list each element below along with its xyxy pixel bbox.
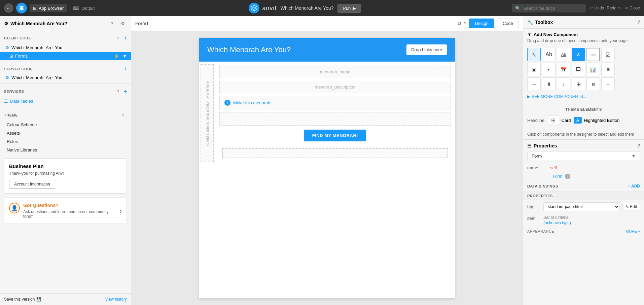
code-tab[interactable]: Code bbox=[497, 19, 519, 28]
form-content: menorah_name menorah_description i Make … bbox=[215, 62, 455, 165]
divider-3 bbox=[0, 107, 131, 107]
services-add-button[interactable]: + bbox=[124, 88, 127, 96]
toolbox-help-button[interactable]: ? bbox=[637, 20, 640, 25]
html-property-row: html standard-page.html ✎ Edit bbox=[523, 200, 644, 213]
label-tool[interactable]: Ab bbox=[542, 48, 556, 61]
button-tool[interactable]: A bbox=[572, 48, 585, 61]
client-code-add-button[interactable]: + bbox=[124, 34, 127, 42]
datepicker-tool[interactable]: 📅 bbox=[557, 63, 570, 76]
properties-help-button[interactable]: ? bbox=[637, 143, 640, 148]
form-tab-name: Form1 bbox=[135, 21, 149, 26]
cursor-tool[interactable]: ↖ bbox=[527, 48, 541, 61]
theme-label: THEME bbox=[4, 113, 18, 117]
theme-help-button[interactable]: ? bbox=[119, 111, 127, 119]
form-selector-chevron-icon: ▼ bbox=[632, 154, 636, 159]
app-browser-tab[interactable]: ⊞ App Browser bbox=[30, 4, 67, 12]
native-libraries-item[interactable]: Native Libraries bbox=[0, 146, 131, 154]
sidebar-drop-zone[interactable]: To add a sidebar, drop a ColumnPanel her… bbox=[201, 64, 214, 162]
account-info-button[interactable]: Account Information bbox=[9, 180, 55, 189]
form1-item[interactable]: ⊞ Form1 ⚡ ▼ bbox=[0, 52, 131, 60]
radiobutton-tool[interactable]: ◉ bbox=[527, 63, 541, 76]
back-button[interactable]: ← bbox=[4, 3, 13, 13]
services-help-button[interactable]: ? bbox=[114, 88, 122, 96]
form-selector-dropdown[interactable]: Form ▼ bbox=[527, 151, 640, 161]
theme-headline-label: Headline bbox=[527, 118, 544, 123]
form-tab-bar: Form1 ⧉ ? Design Code bbox=[131, 16, 523, 31]
gridpanel-tool[interactable]: ⊟ bbox=[586, 77, 600, 91]
image-tool[interactable]: 🖼 bbox=[572, 63, 585, 76]
client-code-actions: ? + bbox=[114, 34, 127, 42]
dropdown-tool[interactable]: ▾ bbox=[542, 63, 556, 76]
html-edit-button[interactable]: ✎ Edit bbox=[622, 203, 640, 210]
data-bindings-label: DATA BINDINGS bbox=[527, 184, 558, 188]
sidebar-header-actions: ? ⚙ bbox=[108, 20, 127, 28]
roles-item[interactable]: Roles bbox=[0, 137, 131, 146]
undo-button[interactable]: ↶ Undo bbox=[590, 6, 604, 10]
textbox-tool[interactable]: abd bbox=[586, 48, 600, 61]
link-tool[interactable]: Ab bbox=[557, 48, 570, 61]
menorah-desc-field[interactable]: menorah_description bbox=[219, 81, 451, 93]
view-history-link[interactable]: View history bbox=[105, 297, 127, 302]
server-code-add-button[interactable]: + bbox=[124, 66, 127, 72]
client-file-icon: ⚙ bbox=[5, 45, 9, 50]
datagrid-tool[interactable]: ⊞ bbox=[601, 63, 615, 76]
spacer-tool[interactable]: ↕ bbox=[557, 77, 570, 91]
client-code-help-button[interactable]: ? bbox=[114, 34, 122, 42]
sidebar-settings-button[interactable]: ⚙ bbox=[119, 20, 127, 28]
flowpanel-tool[interactable]: ═ bbox=[601, 77, 615, 91]
drop-links-button[interactable]: Drop Links here bbox=[406, 44, 447, 55]
undo-redo-group: ↶ Undo Redo ↷ bbox=[590, 6, 621, 10]
design-tab[interactable]: Design bbox=[469, 19, 494, 28]
theme-card-elem[interactable]: ⊞ Card bbox=[547, 115, 571, 125]
empty-panel[interactable] bbox=[219, 112, 451, 126]
form-link-help-icon[interactable]: ? bbox=[565, 174, 570, 179]
search-docs-container[interactable]: 🔍 bbox=[512, 4, 586, 12]
component-grid: ↖ Ab Ab A abd ☑ ◉ ▾ 📅 🖼 📊 ⊞ — ⬆ ↕ ⊞ ⊟ ═ bbox=[523, 46, 644, 93]
checkbox-tool[interactable]: ☑ bbox=[601, 48, 615, 61]
item-property-values: Set at runtime (unknown type) bbox=[543, 215, 571, 225]
data-tables-item[interactable]: ☰ Data Tables bbox=[0, 97, 131, 105]
canvas-footer-drop-zone[interactable] bbox=[222, 148, 448, 158]
assets-item[interactable]: Assets bbox=[0, 129, 131, 137]
data-bindings-header: DATA BINDINGS + ADD bbox=[523, 181, 644, 192]
services-section-header: SERVICES ? + bbox=[0, 85, 131, 97]
server-code-actions: + bbox=[124, 66, 127, 72]
more-button[interactable]: MORE » bbox=[626, 229, 640, 233]
questions-arrow-icon[interactable]: › bbox=[119, 207, 122, 215]
questions-text: Got Questions? Ask questions and learn m… bbox=[23, 203, 119, 219]
client-code-section-header: CLIENT CODE ? + bbox=[0, 31, 131, 43]
save-version-button[interactable]: Save this version 💾 bbox=[4, 297, 41, 302]
menorah-name-field[interactable]: menorah_name bbox=[219, 66, 451, 78]
make-menorah-row[interactable]: i Make this menorah! bbox=[219, 96, 451, 109]
client-file-item[interactable]: ⚙ Which_Menorah_Are_You_ bbox=[0, 43, 131, 52]
form-help-button[interactable]: ? bbox=[464, 21, 467, 26]
output-tab[interactable]: ⌨ Output bbox=[70, 4, 98, 12]
colour-scheme-item[interactable]: Colour Scheme bbox=[0, 121, 131, 129]
see-more-link[interactable]: ▶ SEE MORE COMPONENTS... bbox=[523, 93, 644, 100]
expand-button[interactable]: ⧉ bbox=[458, 21, 461, 27]
add-binding-button[interactable]: + ADD bbox=[628, 184, 640, 189]
html-property-select[interactable]: standard-page.html bbox=[543, 202, 620, 211]
form-tab-bar-right: ⧉ ? Design Code bbox=[458, 19, 519, 28]
columnpanel-tool[interactable]: ⊞ bbox=[572, 77, 585, 91]
fileloader-tool[interactable]: ⬆ bbox=[542, 77, 556, 91]
theme-headline-elem[interactable]: Headline bbox=[527, 118, 544, 123]
plot-tool[interactable]: 📊 bbox=[586, 63, 600, 76]
hline-tool[interactable]: — bbox=[527, 77, 541, 91]
data-tables-icon: ☰ bbox=[4, 99, 8, 104]
props-section-label: PROPERTIES bbox=[527, 194, 553, 198]
see-more-arrow: ▶ bbox=[527, 94, 530, 99]
server-file-item[interactable]: ⚙ Which_Menorah_Are_You_ bbox=[0, 73, 131, 82]
questions-icon: 👤 bbox=[9, 203, 20, 213]
form-link[interactable]: Form bbox=[553, 174, 562, 179]
questions-card[interactable]: 👤 Got Questions? Ask questions and learn… bbox=[4, 198, 127, 224]
redo-button[interactable]: Redo ↷ bbox=[607, 6, 621, 10]
search-docs-input[interactable] bbox=[523, 6, 582, 11]
sidebar-help-button[interactable]: ? bbox=[108, 20, 116, 28]
close-button[interactable]: ✕ Close bbox=[625, 6, 640, 10]
item-runtime-text: Set at runtime bbox=[543, 215, 571, 220]
find-menorah-button[interactable]: FIND MY MENORAH! bbox=[304, 130, 366, 141]
theme-highlighted-elem[interactable]: A Highlighted Button bbox=[574, 117, 620, 124]
anvil-brand-icon bbox=[249, 3, 259, 13]
run-button[interactable]: Run ▶ bbox=[337, 4, 361, 13]
